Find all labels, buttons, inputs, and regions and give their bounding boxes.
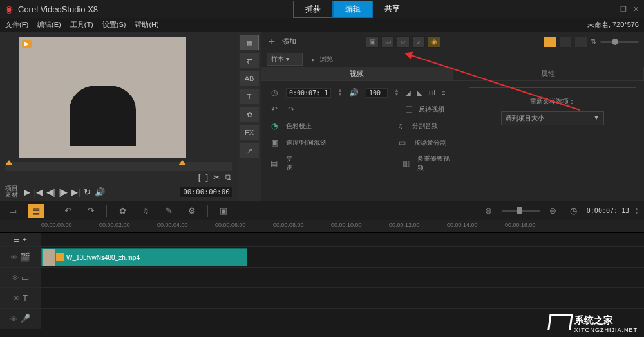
close-icon[interactable]: ✕ <box>633 5 639 14</box>
loop-button[interactable]: ↻ <box>84 187 91 197</box>
tracks-collapse-icon[interactable]: ± <box>23 236 26 244</box>
redo-button[interactable]: ↷ <box>83 204 99 218</box>
filter-misc-icon[interactable]: ◉ <box>428 36 440 48</box>
overlay-track-header[interactable]: 👁 ▭ <box>0 268 41 287</box>
lib-text-icon[interactable]: T <box>240 89 259 104</box>
duration-spin[interactable]: ▲▼ <box>337 89 343 96</box>
thumb-size-slider[interactable] <box>600 41 639 43</box>
timeline-view-button[interactable]: ▤ <box>28 204 44 218</box>
fade-out-icon[interactable]: ◣ <box>417 89 422 96</box>
color-correct-label[interactable]: 色彩校正 <box>286 122 312 131</box>
speed-icon[interactable]: ▣ <box>269 138 279 148</box>
mark-in-handle[interactable] <box>5 160 13 165</box>
scene-split-label[interactable]: 按场景分割 <box>414 138 446 147</box>
timecode-spin[interactable]: ▲▼ <box>634 207 639 215</box>
color-correct-icon[interactable]: ◔ <box>269 121 279 131</box>
speed-label[interactable]: 速度/时间流逝 <box>286 138 327 147</box>
timeline-clip[interactable]: W_10LfvwNs480_zh.mp4 <box>41 248 247 266</box>
mark-out-handle[interactable] <box>178 160 186 165</box>
lib-media-icon[interactable]: ▦ <box>240 35 259 50</box>
zoom-out-button[interactable]: ⊖ <box>481 204 497 218</box>
multitrim-icon[interactable]: ▥ <box>401 158 412 168</box>
filter-audio-icon[interactable]: ♪ <box>412 36 425 48</box>
tab-capture[interactable]: 捕获 <box>293 1 333 18</box>
fade-in-icon[interactable]: ◢ <box>406 89 411 96</box>
filter-folder-icon[interactable]: ▣ <box>366 36 379 48</box>
lib-transition-icon[interactable]: ⇄ <box>240 53 259 68</box>
volume-field[interactable] <box>366 88 388 98</box>
lib-title-icon[interactable]: AB <box>240 71 259 86</box>
browse-label[interactable]: 浏览 <box>320 55 333 64</box>
reverse-checkbox[interactable] <box>406 106 412 113</box>
lib-filter-icon[interactable]: FX <box>240 125 259 140</box>
rotate-left-icon[interactable]: ↶ <box>269 104 279 114</box>
lib-path-icon[interactable]: ↗ <box>240 143 259 158</box>
tracks-expand-icon[interactable]: ☰ <box>14 235 20 244</box>
scrub-bar[interactable] <box>5 162 232 171</box>
tool-3-icon[interactable]: ✎ <box>161 204 176 218</box>
visibility-icon[interactable]: 👁 <box>10 253 17 261</box>
view-list-icon[interactable] <box>560 37 571 47</box>
add-folder-button[interactable]: ＋ <box>267 35 277 48</box>
undo-button[interactable]: ↶ <box>60 204 75 218</box>
preview-video[interactable]: ▶ <box>19 37 186 158</box>
filter-photo-icon[interactable]: ▱ <box>397 36 410 48</box>
sort-icon[interactable]: ⇅ <box>591 37 596 46</box>
next-frame-button[interactable]: |▶ <box>59 187 68 197</box>
tool-4-icon[interactable]: ⚙ <box>184 204 200 218</box>
tab-share[interactable]: 共享 <box>373 1 412 18</box>
go-end-button[interactable]: ▶| <box>71 187 80 197</box>
view-thumb-icon[interactable] <box>544 37 556 47</box>
varspeed-icon[interactable]: ▤ <box>269 158 279 168</box>
cut-icon[interactable]: ✂ <box>213 172 220 183</box>
minimize-icon[interactable]: — <box>607 5 614 14</box>
tool-2-icon[interactable]: ♫ <box>138 204 153 218</box>
split-audio-label[interactable]: 分割音频 <box>412 122 438 131</box>
zoom-fit-button[interactable]: ◷ <box>566 204 582 218</box>
bracket-in-icon[interactable]: [ <box>198 172 201 183</box>
play-button[interactable]: ▶ <box>24 187 30 197</box>
view-detail-icon[interactable] <box>575 37 587 47</box>
menu-tools[interactable]: 工具(T) <box>70 20 93 30</box>
voice-track-header[interactable]: 👁 🎤 <box>0 309 41 329</box>
visibility-icon[interactable]: 👁 <box>13 295 20 302</box>
menu-edit[interactable]: 编辑(E) <box>37 20 61 30</box>
tab-video-options[interactable]: 视频 <box>261 67 453 80</box>
tab-edit[interactable]: 编辑 <box>333 1 373 18</box>
library-combo[interactable]: 样本 ▾ <box>267 53 303 66</box>
split-audio-icon[interactable]: ♫ <box>395 121 406 131</box>
timeline-ruler[interactable]: 00:00:00:00 00:00:02:00 00:00:04:00 00:0… <box>0 220 644 233</box>
go-start-button[interactable]: |◀ <box>34 187 43 197</box>
menu-settings[interactable]: 设置(S) <box>102 20 126 30</box>
visibility-icon[interactable]: 👁 <box>10 315 17 323</box>
preview-mode-clip[interactable]: 素材 <box>5 192 20 198</box>
multitrim-label[interactable]: 多重修整视频 <box>417 154 456 172</box>
eq-icon[interactable]: ılıl <box>429 89 435 96</box>
expand-icon[interactable]: ⧉ <box>225 172 231 183</box>
video-track-header[interactable]: 👁 🎬 <box>0 247 41 267</box>
prev-frame-button[interactable]: ◀| <box>46 187 55 197</box>
mute-button[interactable]: 🔊 <box>95 187 105 197</box>
visibility-icon[interactable]: 👁 <box>12 274 19 282</box>
lib-graphic-icon[interactable]: ✿ <box>240 107 259 122</box>
storyboard-view-button[interactable]: ▭ <box>5 204 21 218</box>
duration-field[interactable] <box>286 88 331 98</box>
title-track-header[interactable]: 👁 T <box>0 288 41 308</box>
menu-file[interactable]: 文件(F) <box>5 20 28 30</box>
filter-video-icon[interactable]: ▭ <box>381 36 394 48</box>
rotate-right-icon[interactable]: ↷ <box>286 104 296 114</box>
zoom-in-button[interactable]: ⊕ <box>545 204 561 218</box>
varspeed-label[interactable]: 变速 <box>286 154 299 172</box>
track-header-toggle[interactable]: ☰ ± <box>0 233 41 246</box>
menu-help[interactable]: 帮助(H) <box>135 20 158 30</box>
scene-split-icon[interactable]: ▭ <box>397 138 408 148</box>
preview-timecode[interactable]: 00:00:00:00 <box>180 187 232 197</box>
tool-5-icon[interactable]: ▣ <box>216 204 231 218</box>
restore-icon[interactable]: ❐ <box>620 5 627 14</box>
zoom-slider[interactable] <box>502 210 540 212</box>
bracket-out-icon[interactable]: ] <box>205 172 208 183</box>
more-audio-icon[interactable]: ≡ <box>442 89 446 96</box>
resample-select[interactable]: 调到项目大小 ▼ <box>501 111 604 125</box>
tool-1-icon[interactable]: ✿ <box>115 204 130 218</box>
volume-spin[interactable]: ▲▼ <box>394 89 399 96</box>
